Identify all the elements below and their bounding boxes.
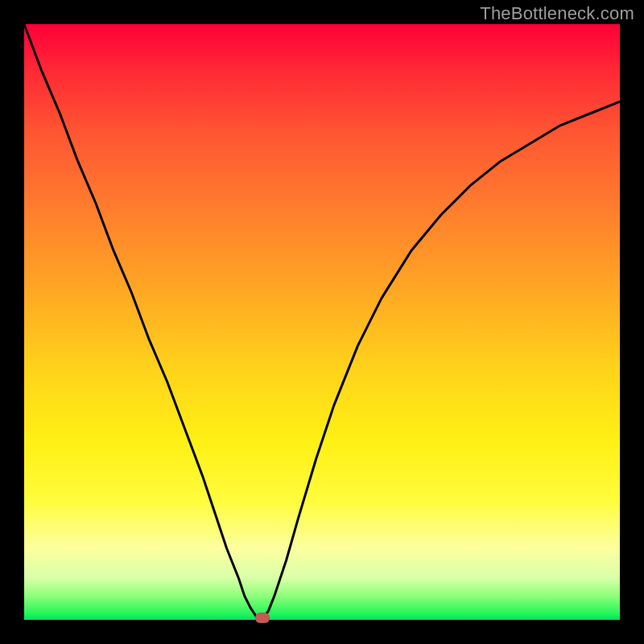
bottleneck-curve <box>24 24 620 620</box>
plot-area <box>24 24 620 620</box>
watermark-text: TheBottleneck.com <box>480 3 634 24</box>
minimum-marker <box>255 613 270 623</box>
chart-frame: TheBottleneck.com <box>0 0 644 644</box>
